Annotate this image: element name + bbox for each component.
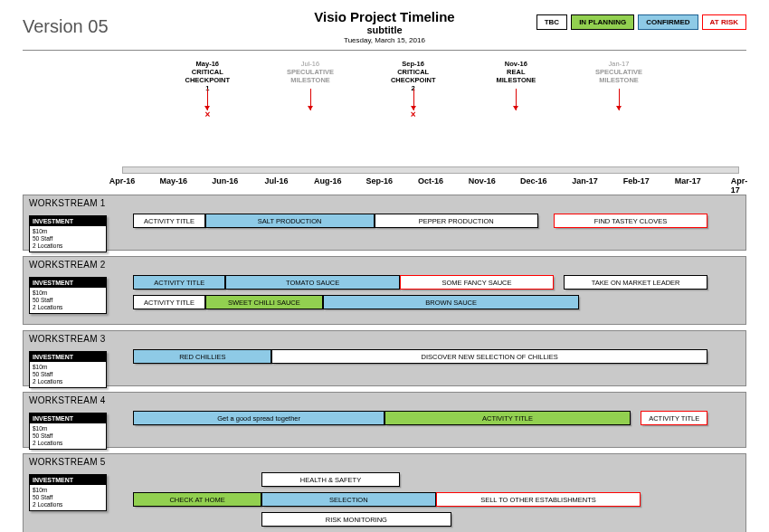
activity-bar: ACTIVITY TITLE [384, 411, 631, 425]
investment-head: INVESTMENT [30, 413, 106, 423]
workstream: WORKSTREAM 4INVESTMENT$10m50 Staff2 Loca… [23, 392, 746, 448]
milestone-arrow-icon [619, 89, 620, 110]
milestone-x-icon: × [411, 109, 416, 120]
activity-bar: CHECK AT HOME [133, 492, 261, 507]
axis-tick: Dec-16 [520, 176, 547, 185]
activity-bar: ACTIVITY TITLE [133, 295, 204, 309]
investment-box: INVESTMENT$10m50 Staff2 Locations [29, 474, 107, 511]
milestone-date: May-16 [166, 60, 248, 68]
page-date: Tuesday, March 15, 2016 [23, 36, 746, 44]
investment-body: $10m50 Staff2 Locations [30, 362, 106, 387]
activity-bar: HEALTH & SAFETY [261, 472, 400, 487]
axis-tick: Aug-16 [314, 176, 342, 185]
activity-bar: SALT PRODUCTION [205, 214, 375, 228]
workstream-title: WORKSTREAM 2 [24, 257, 745, 271]
investment-body: $10m50 Staff2 Locations [30, 226, 106, 252]
investment-head: INVESTMENT [30, 352, 106, 362]
milestone: Jul-16SPECULATIVEMILESTONE [270, 60, 351, 84]
investment-body: $10m50 Staff2 Locations [30, 485, 106, 510]
axis-tick: Oct-16 [418, 176, 443, 185]
milestone-arrow-icon [413, 89, 414, 110]
track-row: ACTIVITY TITLETOMATO SAUCESOME FANCY SAU… [123, 275, 738, 291]
workstream: WORKSTREAM 3INVESTMENT$10m50 Staff2 Loca… [23, 330, 746, 386]
legend: TBC IN PLANNING CONFIRMED AT RISK [536, 14, 746, 30]
version-label: Version 05 [23, 16, 109, 37]
activity-bar: RISK MONITORING [261, 512, 451, 527]
milestone: Nov-16REALMILESTONE [475, 60, 556, 84]
milestone-date: Jul-16 [270, 60, 351, 68]
track-area: ACTIVITY TITLESALT PRODUCTIONPEPPER PROD… [123, 214, 738, 230]
activity-bar: ACTIVITY TITLE [641, 411, 707, 425]
activity-bar: RED CHILLIES [133, 349, 271, 364]
milestone-line1: REAL [475, 68, 556, 76]
workstream: WORKSTREAM 5INVESTMENT$10m50 Staff2 Loca… [23, 453, 746, 532]
legend-risk: AT RISK [702, 14, 746, 30]
milestone-line1: CRITICAL [373, 68, 454, 76]
axis-tick: May-16 [160, 176, 188, 185]
milestone-line2: CHECKPOINT [166, 76, 248, 84]
activity-bar: PEPPER PRODUCTION [375, 214, 538, 228]
track-row: RED CHILLIESDISCOVER NEW SELECTION OF CH… [123, 349, 738, 366]
milestone-arrow-icon [516, 89, 517, 110]
milestone: May-16CRITICALCHECKPOINT1× [166, 60, 248, 92]
investment-box: INVESTMENT$10m50 Staff2 Locations [29, 277, 107, 314]
workstream: WORKSTREAM 1INVESTMENT$10m50 Staff2 Loca… [23, 195, 746, 251]
activity-bar: SELL TO OTHER ESTABLISHMENTS [436, 492, 641, 507]
activity-bar: SELECTION [261, 492, 436, 507]
workstream-title: WORKSTREAM 1 [24, 195, 745, 210]
axis-tick: Mar-17 [675, 176, 701, 185]
activity-bar: SOME FANCY SAUCE [400, 275, 554, 290]
axis-tick: Apr-16 [109, 176, 136, 185]
legend-planning: IN PLANNING [571, 14, 634, 30]
workstream-title: WORKSTREAM 5 [24, 454, 745, 469]
workstream-title: WORKSTREAM 4 [24, 393, 745, 407]
workstream: WORKSTREAM 2INVESTMENT$10m50 Staff2 Loca… [23, 256, 746, 325]
track-row: ACTIVITY TITLESALT PRODUCTIONPEPPER PROD… [123, 214, 738, 230]
milestone-arrow-icon [207, 89, 208, 110]
milestone-line2: MILESTONE [270, 76, 351, 84]
axis-tick: Jan-17 [572, 176, 598, 185]
activity-bar: SWEET CHILLI SAUCE [205, 295, 323, 309]
activity-bar: TOMATO SAUCE [225, 275, 400, 290]
milestone-arrow-icon [310, 89, 311, 110]
milestone-x-icon: × [204, 109, 210, 120]
milestone-line2: MILESTONE [578, 76, 660, 84]
axis-tick: Apr-17 [731, 176, 748, 195]
activity-bar: DISCOVER NEW SELECTION OF CHILLIES [271, 349, 707, 364]
workstream-title: WORKSTREAM 3 [24, 331, 745, 346]
milestone: Sep-16CRITICALCHECKPOINT2× [373, 60, 454, 92]
axis-tick: Sep-16 [366, 176, 393, 185]
investment-body: $10m50 Staff2 Locations [30, 288, 106, 313]
track-area: ACTIVITY TITLETOMATO SAUCESOME FANCY SAU… [123, 275, 738, 311]
investment-box: INVESTMENT$10m50 Staff2 Locations [29, 351, 107, 388]
milestone-line1: CRITICAL [166, 68, 248, 76]
milestone-line2: MILESTONE [475, 76, 556, 84]
axis-tick: Jun-16 [212, 176, 238, 185]
investment-head: INVESTMENT [30, 475, 106, 485]
track-row: Get a good spread togetherACTIVITY TITLE… [123, 411, 738, 427]
investment-box: INVESTMENT$10m50 Staff2 Locations [29, 215, 107, 252]
activity-bar: FIND TASTEY CLOVES [554, 214, 707, 228]
legend-confirmed: CONFIRMED [638, 14, 698, 30]
activity-bar: Get a good spread together [133, 411, 384, 425]
milestones-row: May-16CRITICALCHECKPOINT1×Jul-16SPECULAT… [122, 60, 739, 114]
axis-bar [122, 166, 739, 174]
track-area: Get a good spread togetherACTIVITY TITLE… [123, 411, 738, 427]
milestone-line1: SPECULATIVE [270, 68, 351, 76]
track-area: RED CHILLIESDISCOVER NEW SELECTION OF CH… [123, 349, 738, 366]
header: Version 05 Visio Project Timeline subtit… [23, 9, 746, 51]
investment-head: INVESTMENT [30, 216, 106, 226]
legend-tbc: TBC [536, 14, 567, 30]
investment-head: INVESTMENT [30, 278, 106, 288]
timeline: May-16CRITICALCHECKPOINT1×Jul-16SPECULAT… [23, 54, 746, 189]
track-area: HEALTH & SAFETYCHECK AT HOMESELECTIONSEL… [123, 472, 738, 528]
activity-bar: ACTIVITY TITLE [133, 275, 225, 290]
milestone: Jan-17SPECULATIVEMILESTONE [578, 60, 660, 84]
track-row: ACTIVITY TITLESWEET CHILLI SAUCEBROWN SA… [123, 295, 738, 311]
activity-bar: ACTIVITY TITLE [133, 214, 204, 228]
investment-body: $10m50 Staff2 Locations [30, 423, 106, 449]
activity-bar: TAKE ON MARKET LEADER [564, 275, 707, 290]
milestone-date: Sep-16 [373, 60, 454, 68]
milestone-date: Nov-16 [475, 60, 556, 68]
track-row: CHECK AT HOMESELECTIONSELL TO OTHER ESTA… [123, 492, 738, 508]
